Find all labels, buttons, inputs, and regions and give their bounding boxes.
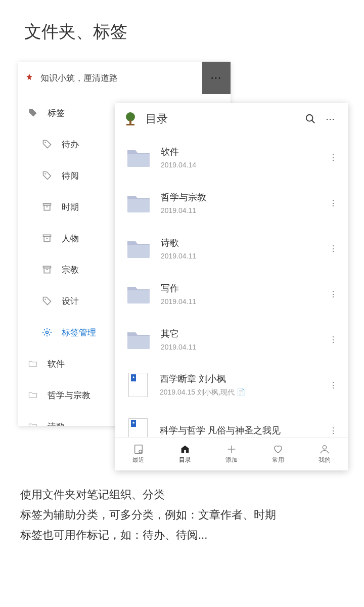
tab-label: 我的: [318, 456, 331, 464]
search-button[interactable]: [300, 109, 321, 129]
catalog-item-1[interactable]: 哲学与宗教2019.04.11⋮: [115, 180, 348, 226]
folder-icon: [126, 238, 151, 258]
folder-outline-icon: [27, 389, 38, 401]
app-logo-icon: [24, 73, 34, 83]
tab-add[interactable]: 添加: [208, 438, 255, 470]
item-more-button[interactable]: ⋮: [326, 244, 341, 253]
more-vertical-icon: ⋮: [329, 198, 337, 208]
tab-label: 添加: [225, 456, 238, 464]
page-title: 文件夹、标签: [0, 0, 364, 44]
archive-icon: [41, 233, 53, 244]
item-date: 2019.04.11: [161, 343, 326, 351]
item-name: 诗歌: [161, 237, 326, 249]
more-button[interactable]: ⋯: [321, 109, 341, 129]
folder-icon: [126, 193, 151, 213]
svg-point-23: [323, 446, 326, 449]
sidebar-root-label: 标签: [48, 107, 65, 119]
tag-icon: [41, 295, 53, 307]
tab-label: 常用: [272, 456, 284, 464]
tag-filled-icon: [27, 107, 38, 118]
svg-rect-15: [126, 124, 134, 125]
item-date: 2019.04.15 刘小枫,现代 📄: [160, 388, 326, 397]
archive-icon: [41, 201, 53, 212]
item-name: 科学与哲学 凡俗与神圣之我见: [160, 424, 326, 437]
document-icon: ★: [128, 373, 148, 397]
sidebar-folder-label: 软件: [48, 358, 65, 370]
svg-rect-20: [184, 450, 186, 453]
item-more-button[interactable]: ⋮: [326, 153, 341, 162]
sidebar-header: 知识小筑，厘清道路 ⋯: [18, 62, 231, 94]
svg-point-11: [44, 298, 46, 300]
more-vertical-icon: ⋮: [329, 153, 337, 162]
catalog-panel: 目录 ⋯ 软件2019.04.14⋮哲学与宗教2019.04.11⋮诗歌2019…: [115, 103, 348, 470]
sidebar-menu-button[interactable]: ⋯: [202, 62, 231, 94]
desc-line-1: 使用文件夹对笔记组织、分类: [20, 485, 344, 505]
sidebar-folder-label: 哲学与宗教: [48, 389, 90, 401]
catalog-icon: [179, 444, 191, 455]
sidebar-item-label: 时期: [62, 201, 79, 213]
catalog-item-0[interactable]: 软件2019.04.14⋮: [115, 135, 348, 180]
item-name: 软件: [161, 146, 326, 158]
tag-icon: [41, 170, 53, 181]
tab-user[interactable]: 我的: [301, 438, 348, 470]
catalog-item-6[interactable]: ★科学与哲学 凡俗与神圣之我见⋮: [115, 408, 348, 437]
catalog-title: 目录: [146, 111, 300, 126]
user-icon: [319, 444, 330, 455]
item-name: 其它: [161, 328, 326, 340]
sidebar-item-label: 待办: [62, 139, 79, 150]
catalog-item-3[interactable]: 写作2019.04.11⋮: [115, 271, 348, 317]
svg-rect-18: [135, 445, 143, 454]
description-text: 使用文件夹对笔记组织、分类 标签为辅助分类，可多分类，例如：文章作者、时期 标签…: [20, 485, 344, 545]
desc-line-2: 标签为辅助分类，可多分类，例如：文章作者、时期: [20, 505, 344, 525]
catalog-item-2[interactable]: 诗歌2019.04.11⋮: [115, 226, 348, 271]
item-name: 西学断章 刘小枫: [160, 373, 326, 385]
svg-rect-6: [44, 237, 50, 242]
item-more-button[interactable]: ⋮: [326, 289, 341, 299]
item-name: 写作: [161, 282, 326, 294]
item-more-button[interactable]: ⋮: [326, 426, 341, 436]
item-date: 2019.04.11: [161, 252, 326, 260]
sidebar-item-label: 设计: [62, 295, 79, 307]
item-date: 2019.04.11: [161, 206, 326, 214]
tab-label: 目录: [179, 456, 191, 464]
bottom-tabs: 最近目录添加常用我的: [115, 437, 348, 470]
search-icon: [305, 113, 316, 124]
sidebar-subtitle: 知识小筑，厘清道路: [40, 72, 118, 84]
folder-outline-icon: [27, 421, 38, 426]
tab-heart[interactable]: 常用: [255, 438, 301, 470]
svg-point-19: [139, 450, 142, 453]
svg-point-0: [44, 142, 46, 143]
tab-catalog[interactable]: 目录: [162, 438, 208, 470]
sidebar-item-label: 标签管理: [62, 327, 96, 338]
svg-point-16: [306, 115, 313, 121]
item-more-button[interactable]: ⋮: [326, 380, 341, 390]
more-icon: ⋯: [326, 113, 336, 124]
app-tree-icon: [122, 111, 139, 127]
tab-label: 最近: [132, 456, 145, 464]
sidebar-item-label: 待阅: [62, 170, 79, 182]
more-vertical-icon: ⋮: [329, 244, 337, 253]
gear-icon: [41, 327, 53, 338]
folder-icon: [126, 147, 151, 167]
more-vertical-icon: ⋮: [329, 380, 337, 390]
folder-icon: [126, 284, 151, 304]
catalog-item-4[interactable]: 其它2019.04.11⋮: [115, 317, 348, 362]
svg-point-1: [44, 173, 46, 175]
item-more-button[interactable]: ⋮: [326, 198, 341, 208]
catalog-item-5[interactable]: ★西学断章 刘小枫2019.04.15 刘小枫,现代 📄⋮: [115, 362, 348, 408]
heart-icon: [272, 444, 284, 455]
tag-icon: [41, 139, 53, 150]
folder-outline-icon: [27, 358, 38, 369]
item-more-button[interactable]: ⋮: [326, 335, 341, 344]
more-vertical-icon: ⋮: [329, 289, 337, 299]
archive-icon: [41, 264, 53, 275]
recent-icon: [133, 444, 144, 455]
desc-line-3: 标签也可用作标记，如：待办、待阅...: [20, 525, 344, 545]
svg-line-17: [312, 120, 315, 123]
svg-rect-14: [129, 120, 131, 124]
tab-recent[interactable]: 最近: [115, 438, 162, 470]
document-icon: ★: [128, 418, 148, 437]
folder-icon: [126, 329, 151, 350]
catalog-header: 目录 ⋯: [115, 103, 348, 135]
svg-point-12: [46, 331, 49, 334]
